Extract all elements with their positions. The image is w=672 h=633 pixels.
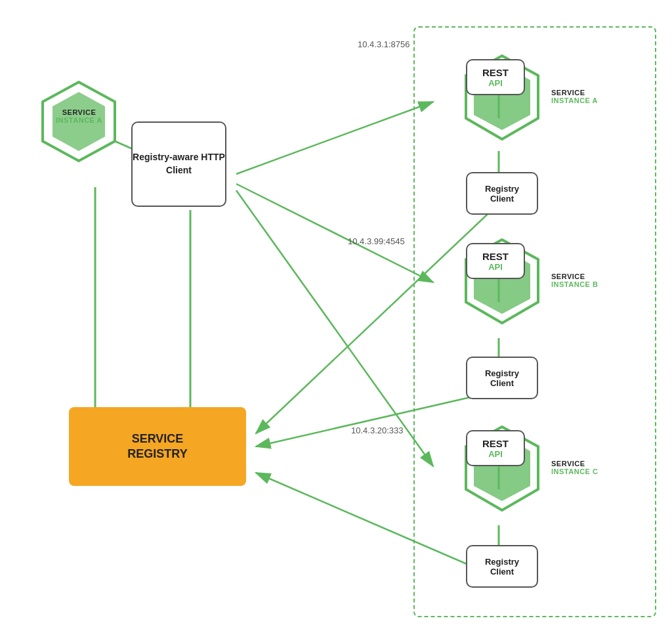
instance-text-b: INSTANCE B xyxy=(551,280,598,288)
registry-line2: REGISTRY xyxy=(127,447,187,462)
rest-api-box-a: REST API xyxy=(466,59,525,95)
ip-label-a: 10.4.3.1:8756 xyxy=(358,39,410,49)
rest-api-box-c: REST API xyxy=(466,430,525,466)
registry-line1: SERVICE xyxy=(127,431,187,447)
service-registry-box: SERVICE REGISTRY xyxy=(69,407,246,486)
left-service-text: SERVICE xyxy=(62,108,96,116)
registry-client-box-c: RegistryClient xyxy=(466,545,538,588)
registry-client-box-b: RegistryClient xyxy=(466,357,538,399)
service-registry-label: SERVICE REGISTRY xyxy=(127,431,187,462)
svg-line-5 xyxy=(236,184,433,282)
api-text-a: API xyxy=(488,78,503,88)
service-text-b: SERVICE xyxy=(551,273,585,280)
instance-text-c: INSTANCE C xyxy=(551,468,598,475)
rest-api-box-b: REST API xyxy=(466,243,525,279)
api-text-c: API xyxy=(488,449,503,459)
svg-line-15 xyxy=(236,190,433,466)
registry-client-label-b: RegistryClient xyxy=(485,368,519,388)
service-text-c: SERVICE xyxy=(551,460,585,468)
http-client-label: Registry-aware HTTP Client xyxy=(133,151,225,177)
registry-client-box-a: RegistryClient xyxy=(466,172,538,215)
ip-label-c: 10.4.3.20:333 xyxy=(351,426,404,435)
diagram-container: SERVICE INSTANCE A Registry-aware HTTP C… xyxy=(0,0,672,633)
rest-text-c: REST xyxy=(482,438,509,449)
rest-text-a: REST xyxy=(482,67,509,78)
service-text-a: SERVICE xyxy=(551,89,585,97)
ip-label-b: 10.4.3.99:4545 xyxy=(348,236,405,246)
registry-client-label-a: RegistryClient xyxy=(485,184,519,204)
left-instance-text: INSTANCE A xyxy=(56,116,102,124)
service-label-c: SERVICE INSTANCE C xyxy=(551,460,623,475)
registry-client-label-c: RegistryClient xyxy=(485,557,519,577)
instance-text-a: INSTANCE A xyxy=(551,97,598,104)
left-service-label: SERVICE INSTANCE A xyxy=(45,108,114,124)
rest-text-b: REST xyxy=(482,251,509,262)
service-label-b: SERVICE INSTANCE B xyxy=(551,273,623,288)
svg-line-4 xyxy=(236,102,433,174)
service-label-a: SERVICE INSTANCE A xyxy=(551,89,623,104)
api-text-b: API xyxy=(488,262,503,272)
http-client-box: Registry-aware HTTP Client xyxy=(131,121,226,207)
